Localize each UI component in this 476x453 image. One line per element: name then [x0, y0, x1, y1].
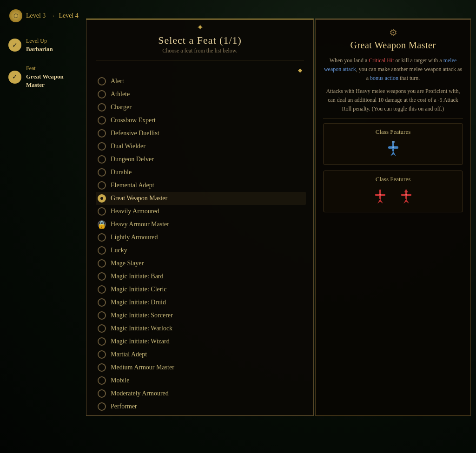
feat-name-performer: Performer: [111, 403, 137, 410]
feat-item-performer[interactable]: Performer: [96, 400, 306, 413]
svg-point-9: [379, 194, 381, 196]
feat-name-moderately-armoured: Moderately Armoured: [111, 390, 169, 397]
feat-name-dual-wielder: Dual Wielder: [111, 143, 145, 150]
feat-item-polearm-master[interactable]: Polearm Master: [96, 413, 306, 414]
feat-radio-heavy-armour-master: 🔒: [98, 220, 106, 229]
feat-item-heavily-armoured[interactable]: Heavily Armoured: [96, 205, 306, 218]
feat-radio-crossbow-expert: [98, 116, 106, 125]
feat-name-magic-initiate-bard: Magic Initiate: Bard: [111, 273, 164, 280]
feature-icon-sword-blue: [383, 139, 403, 160]
class-features-box-1: Class Features: [323, 123, 463, 165]
info-panel: ⚙ Great Weapon Master When you land a Cr…: [315, 19, 471, 416]
info-divider-1: [323, 118, 463, 118]
feat-radio-mobile: [98, 376, 106, 385]
feat-item-medium-armour-master[interactable]: Medium Armour Master: [96, 361, 306, 374]
scroll-indicator-top: ◆: [96, 66, 306, 75]
panel-divider: [96, 60, 304, 60]
feat-radio-magic-initiate-sorcerer: [98, 311, 106, 320]
feat-item-dungeon-delver[interactable]: Dungeon Delver: [96, 153, 306, 166]
feat-name-heavy-armour-master: Heavy Armour Master: [111, 221, 169, 228]
feat-radio-charger: [98, 103, 106, 112]
class-features-box-2: Class Features: [323, 171, 463, 212]
feat-item-magic-initiate-sorcerer[interactable]: Magic Initiate: Sorcerer: [96, 309, 306, 322]
feat-radio-heavily-armoured: [98, 207, 106, 216]
feat-item-magic-initiate-cleric[interactable]: Magic Initiate: Cleric: [96, 283, 306, 296]
feat-item-alert[interactable]: Alert: [96, 75, 306, 88]
feat-radio-alert: [98, 77, 106, 85]
svg-marker-1: [390, 151, 396, 156]
feat-radio-durable: [98, 168, 106, 177]
feat-radio-magic-initiate-druid: [98, 298, 106, 307]
feat-name-defensive-duellist: Defensive Duellist: [111, 130, 159, 137]
feat-radio-defensive-duellist: [98, 129, 106, 138]
sidebar-text-feat: Feat Great Weapon Master: [26, 65, 73, 89]
level-arrow: →: [49, 13, 55, 20]
feat-item-martial-adept[interactable]: Martial Adept: [96, 348, 306, 361]
feat-item-durable[interactable]: Durable: [96, 166, 306, 179]
sidebar-check-feat: ✓: [8, 71, 21, 84]
feat-item-athlete[interactable]: Athlete: [96, 88, 306, 101]
svg-rect-3: [392, 141, 395, 143]
feat-item-moderately-armoured[interactable]: Moderately Armoured: [96, 387, 306, 400]
svg-point-5: [392, 146, 394, 148]
feat-item-mage-slayer[interactable]: Mage Slayer: [96, 257, 306, 270]
feat-radio-performer: [98, 402, 106, 411]
svg-point-13: [405, 194, 407, 196]
feat-list[interactable]: ◆ Alert Athlete Charger Crossbow Expert …: [86, 64, 313, 414]
feature-icon-sword-red-1: [370, 187, 390, 207]
level-from: Level 3: [26, 12, 46, 20]
feat-item-magic-initiate-bard[interactable]: Magic Initiate: Bard: [96, 270, 306, 283]
class-features-title-1: Class Features: [328, 128, 458, 136]
level-to: Level 4: [59, 12, 78, 20]
feat-name-medium-armour-master: Medium Armour Master: [111, 364, 174, 371]
main-panel: ✦ Select a Feat (1/1) Choose a feat from…: [86, 19, 314, 416]
feat-name-lightly-armoured: Lightly Armoured: [111, 234, 158, 241]
feat-name-alert: Alert: [111, 78, 124, 85]
feat-radio-mage-slayer: [98, 259, 106, 268]
feat-item-dual-wielder[interactable]: Dual Wielder: [96, 140, 306, 153]
feat-name-crossbow-expert: Crossbow Expert: [111, 117, 156, 124]
feat-radio-martial-adept: [98, 350, 106, 359]
panel-title: Select a Feat (1/1): [86, 33, 313, 47]
level-indicator: ⬡ Level 3 → Level 4: [9, 9, 79, 22]
feat-name-magic-initiate-cleric: Magic Initiate: Cleric: [111, 286, 167, 293]
sidebar-item-level-up[interactable]: ✓ Level Up Barbarian: [5, 33, 77, 58]
info-description-secondary: Attacks with Heavy melee weapons you are…: [323, 87, 463, 114]
sidebar-sublabel-level-up: Barbarian: [26, 45, 53, 53]
feat-item-great-weapon-master[interactable]: Great Weapon Master: [96, 192, 306, 205]
feat-name-heavily-armoured: Heavily Armoured: [111, 208, 159, 215]
feat-item-lucky[interactable]: Lucky: [96, 244, 306, 257]
panel-ornament-top: ✦: [86, 20, 313, 33]
feat-item-elemental-adept[interactable]: Elemental Adept: [96, 179, 306, 192]
feat-name-magic-initiate-warlock: Magic Initiate: Warlock: [111, 325, 172, 332]
feat-item-magic-initiate-wizard[interactable]: Magic Initiate: Wizard: [96, 335, 306, 348]
feat-name-magic-initiate-wizard: Magic Initiate: Wizard: [111, 338, 170, 345]
feat-item-charger[interactable]: Charger: [96, 101, 306, 114]
feat-name-durable: Durable: [111, 169, 132, 176]
sidebar-item-feat[interactable]: ✓ Feat Great Weapon Master: [5, 60, 77, 94]
feat-item-heavy-armour-master[interactable]: 🔒 Heavy Armour Master: [96, 218, 306, 231]
feat-radio-dual-wielder: [98, 142, 106, 151]
feat-item-magic-initiate-druid[interactable]: Magic Initiate: Druid: [96, 296, 306, 309]
feat-name-great-weapon-master: Great Weapon Master: [111, 195, 167, 202]
feat-radio-lucky: [98, 246, 106, 255]
feat-item-mobile[interactable]: Mobile: [96, 374, 306, 387]
feat-name-magic-initiate-druid: Magic Initiate: Druid: [111, 299, 166, 306]
feat-radio-lightly-armoured: [98, 233, 106, 242]
feature-icon-sword-red-2: [396, 187, 416, 207]
feat-name-martial-adept: Martial Adept: [111, 351, 147, 358]
desc-text-1: When you land a: [330, 57, 369, 64]
feat-item-magic-initiate-warlock[interactable]: Magic Initiate: Warlock: [96, 322, 306, 335]
class-features-icons-2: [328, 187, 458, 207]
feat-item-defensive-duellist[interactable]: Defensive Duellist: [96, 127, 306, 140]
feat-radio-magic-initiate-bard: [98, 272, 106, 281]
feat-radio-magic-initiate-warlock: [98, 324, 106, 333]
sidebar-sublabel-feat: Great Weapon Master: [26, 72, 73, 89]
feat-name-magic-initiate-sorcerer: Magic Initiate: Sorcerer: [111, 312, 173, 319]
feat-item-lightly-armoured[interactable]: Lightly Armoured: [96, 231, 306, 244]
feat-name-athlete: Athlete: [111, 91, 130, 98]
sidebar-check-level-up: ✓: [8, 39, 21, 52]
desc-bonus-action: bonus action: [370, 75, 398, 81]
feat-item-crossbow-expert[interactable]: Crossbow Expert: [96, 114, 306, 127]
feat-radio-dungeon-delver: [98, 155, 106, 164]
